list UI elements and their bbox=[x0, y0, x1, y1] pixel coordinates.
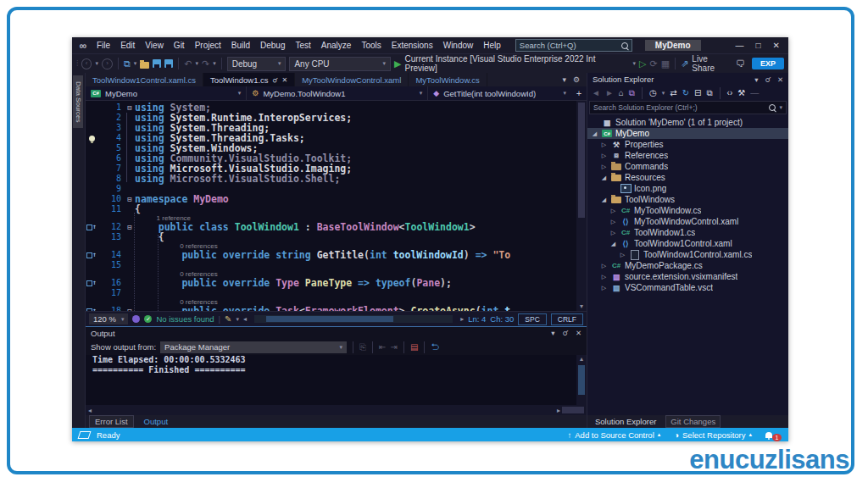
scrollbar-thumb[interactable] bbox=[266, 316, 393, 322]
code-line[interactable]: 8using Microsoft.VisualStudio.Shell; bbox=[86, 174, 587, 184]
override-indicator-icon[interactable]: ↑ bbox=[86, 278, 97, 288]
line-ending-indicator[interactable]: CRLF bbox=[551, 313, 583, 325]
close-button[interactable]: ✕ bbox=[773, 41, 780, 50]
output-horizontal-scrollbar[interactable]: ◂ ▸ bbox=[86, 405, 587, 415]
menu-item-file[interactable]: File bbox=[92, 41, 115, 50]
menu-item-tools[interactable]: Tools bbox=[356, 41, 386, 50]
close-panel-icon[interactable]: ✕ bbox=[576, 329, 581, 337]
fold-marker[interactable]: ⊟ bbox=[125, 103, 135, 113]
intellicode-icon[interactable] bbox=[132, 315, 140, 323]
new-project-dropdown[interactable]: ▾ bbox=[134, 60, 137, 67]
live-share-label[interactable]: Live Share bbox=[692, 54, 732, 73]
tree-item[interactable]: ▷Commands bbox=[587, 161, 788, 172]
next-message-icon[interactable]: ⇥ bbox=[391, 342, 398, 352]
type-dropdown[interactable]: ⚙ MyDemo.ToolWindow1 ▾ bbox=[247, 86, 428, 100]
code-editor[interactable]: 1⊟using System;2using System.Runtime.Int… bbox=[86, 101, 587, 311]
expander-collapsed-icon[interactable]: ▷ bbox=[619, 252, 626, 258]
output-source-dropdown[interactable]: Package Manager▾ bbox=[160, 341, 347, 353]
tree-item[interactable]: ▷▤VSCommandTable.vsct bbox=[587, 282, 788, 293]
tree-item[interactable]: ▷C#MyToolWindow.cs bbox=[587, 205, 788, 216]
maximize-button[interactable]: □ bbox=[756, 41, 761, 50]
panel-tab-solution-explorer[interactable]: Solution Explorer bbox=[591, 416, 660, 427]
scrollbar-thumb[interactable] bbox=[578, 103, 585, 218]
tree-item[interactable]: ◢Resources bbox=[587, 172, 788, 183]
window-position-dropdown-icon[interactable]: ▾ bbox=[551, 329, 554, 337]
scroll-right-icon[interactable]: ▸ bbox=[460, 315, 464, 323]
background-tasks-icon[interactable] bbox=[78, 431, 92, 439]
start-without-debug-icon[interactable]: ▷ bbox=[639, 58, 646, 69]
undo-dropdown[interactable]: ▾ bbox=[195, 60, 198, 67]
apply-code-changes-icon[interactable]: ▦ bbox=[661, 58, 670, 69]
scrollbar-thumb[interactable] bbox=[562, 407, 584, 413]
tree-item[interactable]: ▦Solution 'MyDemo' (1 of 1 project) bbox=[587, 117, 788, 128]
override-indicator-icon[interactable]: ↑ bbox=[86, 306, 97, 311]
close-panel-icon[interactable]: ✕ bbox=[777, 75, 783, 84]
scroll-down-icon[interactable]: ▾ bbox=[576, 302, 587, 310]
panel-tab-error-list[interactable]: Error List bbox=[89, 415, 134, 428]
tree-item[interactable]: ◢C#MyDemo bbox=[587, 128, 788, 139]
menu-item-project[interactable]: Project bbox=[190, 41, 226, 50]
live-share-icon[interactable]: ⇗ bbox=[681, 58, 688, 69]
expander-collapsed-icon[interactable]: ▷ bbox=[600, 274, 608, 280]
back-icon[interactable]: ◄ bbox=[592, 88, 600, 97]
expander-collapsed-icon[interactable]: ▷ bbox=[600, 263, 608, 269]
hot-reload-icon[interactable]: ⟳ bbox=[650, 58, 658, 69]
toolbar-grip[interactable]: ⁞ bbox=[76, 59, 78, 68]
select-repository-button[interactable]: ◑ Select Repository ▴ bbox=[674, 430, 752, 440]
home-icon[interactable]: ⌂ bbox=[619, 88, 624, 97]
override-indicator-icon[interactable]: ↑ bbox=[86, 250, 97, 260]
new-project-button[interactable]: ⧉ bbox=[124, 58, 131, 69]
tab-options-icon[interactable]: ⚙ bbox=[573, 75, 580, 84]
code-line[interactable]: ↑14 public override string GetTitle(int … bbox=[86, 250, 587, 260]
editor-vertical-scrollbar[interactable]: ▾ bbox=[576, 101, 587, 311]
space-mode-indicator[interactable]: SPC bbox=[518, 313, 546, 325]
undo-button[interactable]: ↶ bbox=[184, 58, 192, 69]
more-options-icon[interactable]: ― bbox=[750, 88, 759, 97]
menu-item-help[interactable]: Help bbox=[478, 41, 506, 50]
document-tab[interactable]: ToolWindow1.cs⚲✕ bbox=[203, 73, 295, 86]
tree-item[interactable]: ▷⚒Properties bbox=[587, 139, 788, 150]
expander-collapsed-icon[interactable]: ▷ bbox=[609, 219, 617, 225]
panel-tab-git-changes[interactable]: Git Changes bbox=[665, 415, 721, 428]
minimize-button[interactable]: — bbox=[736, 41, 744, 50]
tree-item[interactable]: ▷⟨⟩MyToolWindowControl.xaml bbox=[587, 216, 788, 227]
expander-expanded-icon[interactable]: ◢ bbox=[591, 130, 598, 137]
show-all-files-icon[interactable]: ⧉ bbox=[706, 88, 712, 98]
refresh-icon[interactable]: ↻ bbox=[682, 88, 689, 97]
global-search-input[interactable]: Search (Ctrl+Q) bbox=[515, 39, 632, 52]
clear-all-icon[interactable]: ▤ bbox=[410, 342, 418, 352]
tree-item[interactable]: ▷C#ToolWindow1.cs bbox=[587, 227, 788, 238]
expander-collapsed-icon[interactable]: ▷ bbox=[609, 208, 617, 214]
document-tab[interactable]: ToolWindow1Control.xaml.cs bbox=[86, 73, 203, 86]
output-content[interactable]: ▴ Time Elapsed: 00:00:00.5332463========… bbox=[86, 355, 587, 405]
navigate-back-dropdown[interactable]: ▾ bbox=[95, 60, 98, 67]
menu-item-build[interactable]: Build bbox=[226, 41, 255, 50]
code-line[interactable]: ↑16 public override Type PaneType => typ… bbox=[86, 278, 587, 288]
save-all-button[interactable] bbox=[164, 59, 173, 68]
previous-message-icon[interactable]: ⇤ bbox=[379, 342, 386, 352]
word-wrap-icon[interactable]: ⮌ bbox=[431, 342, 439, 352]
solution-search-input[interactable]: Search Solution Explorer (Ctrl+;) ▾ bbox=[589, 101, 787, 114]
tree-item[interactable]: ◢ToolWindows bbox=[587, 194, 788, 205]
tree-item[interactable]: ▷ToolWindow1Control.xaml.cs bbox=[587, 249, 788, 260]
scroll-up-icon[interactable]: ▴ bbox=[576, 355, 587, 363]
code-cleanup-dropdown[interactable]: ▾ bbox=[236, 316, 239, 323]
switch-views-icon[interactable]: ⧉ bbox=[629, 88, 635, 98]
menu-item-view[interactable]: View bbox=[140, 41, 169, 50]
exp-button[interactable]: EXP bbox=[752, 58, 784, 69]
issues-status-label[interactable]: No issues found bbox=[156, 314, 214, 324]
menu-item-window[interactable]: Window bbox=[438, 41, 479, 50]
expander-collapsed-icon[interactable]: ▷ bbox=[609, 230, 617, 236]
panel-tab-output[interactable]: Output bbox=[139, 416, 174, 427]
code-line[interactable]: 10⊟namespace MyDemo bbox=[86, 194, 587, 204]
menu-item-analyze[interactable]: Analyze bbox=[316, 41, 357, 50]
code-line[interactable]: 13 { bbox=[86, 232, 587, 242]
sync-with-active-document-icon[interactable]: ⇄ bbox=[670, 88, 676, 97]
window-position-dropdown-icon[interactable]: ▾ bbox=[754, 75, 758, 84]
run-target-dropdown[interactable]: ▾ bbox=[633, 60, 637, 67]
open-file-button[interactable] bbox=[140, 62, 149, 69]
expander-collapsed-icon[interactable]: ▷ bbox=[600, 164, 608, 170]
code-line[interactable]: 17 bbox=[86, 288, 587, 298]
add-to-source-control-button[interactable]: ↑ Add to Source Control ▴ bbox=[568, 430, 661, 440]
code-line[interactable]: ↑18⊟ public override Task<FrameworkEleme… bbox=[86, 306, 587, 311]
